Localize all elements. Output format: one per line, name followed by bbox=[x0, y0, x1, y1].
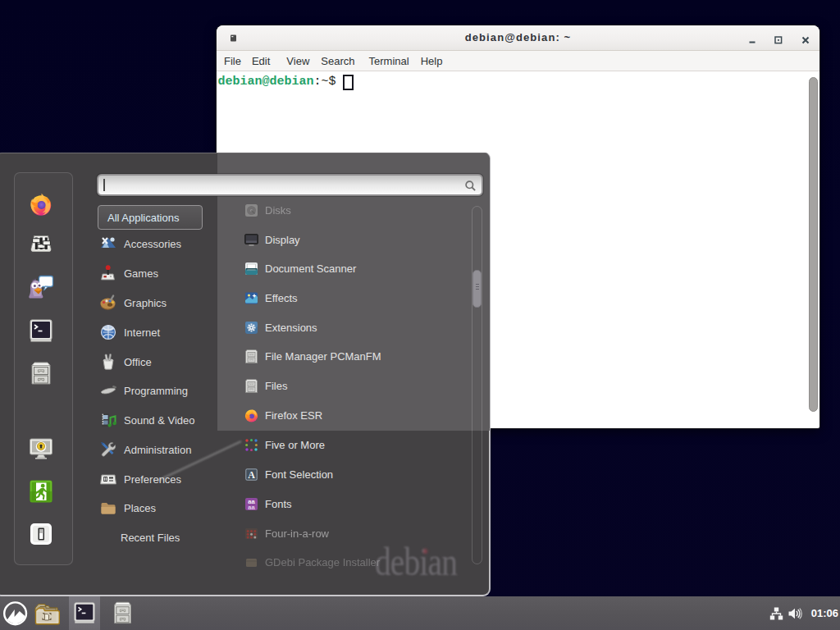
svg-text:aa: aa bbox=[248, 504, 255, 511]
svg-text:A: A bbox=[248, 469, 255, 481]
